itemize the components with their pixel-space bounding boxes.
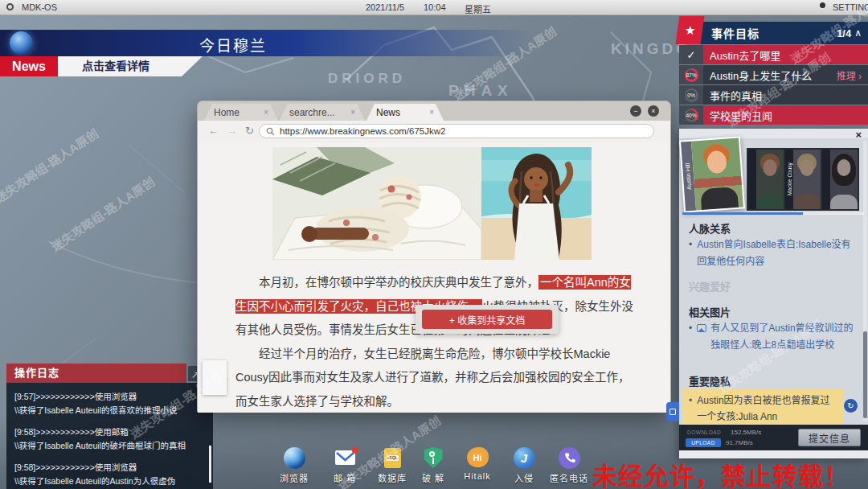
tab-news[interactable]: News ×: [366, 104, 444, 121]
objective-label: Austin去了哪里: [710, 47, 780, 63]
objective-status-icon: ✓: [679, 45, 703, 64]
bullet-icon: •: [689, 320, 692, 354]
url-bar[interactable]: https://www.breakingnews.com/675Jkw2: [259, 124, 654, 138]
window-minimize-button[interactable]: −: [630, 105, 641, 117]
relationship-text: Austin曾向Isabelle表白:Isabelle没有回复他任何内容: [697, 236, 856, 270]
progress-ring: 40%: [685, 109, 698, 122]
tab-label: News: [376, 107, 400, 118]
system-topbar: MDK-OS 2021/11/5 10:04 星期五 SETTING: [0, 0, 868, 15]
taskbar-item-anonymous-call[interactable]: 匿名电话: [545, 447, 593, 484]
tab-close-icon[interactable]: ×: [264, 108, 268, 117]
app-label: 邮 箱: [321, 471, 369, 484]
side-tab-handle[interactable]: [666, 402, 679, 421]
taskbar-item-browser[interactable]: 浏览器: [270, 447, 318, 484]
section-title-related-images: 相关图片: [689, 304, 731, 319]
bullet-icon: •: [689, 392, 692, 425]
portrait-card[interactable]: [822, 150, 858, 209]
close-icon[interactable]: ×: [855, 129, 862, 141]
notification-dot: [352, 447, 358, 454]
objective-label: 学校里的丑闻: [710, 108, 772, 123]
progress-ring: 87%: [685, 68, 698, 82]
objective-row[interactable]: ✓ Austin去了哪里: [679, 45, 868, 64]
blank-popup: [203, 360, 227, 395]
objective-row[interactable]: 0% 事件的真相: [679, 85, 868, 105]
os-logo-icon: [6, 3, 14, 10]
dossier-scroll-thumb[interactable]: [863, 331, 867, 418]
objectives-header[interactable]: ★ 事件目标 1/4 ∧: [679, 22, 868, 44]
article-paragraph: 经过半个月的治疗，女生已经脱离生命危险，博尔顿中学校长Mackie Cousy因…: [235, 343, 637, 413]
log-entry-head: [9:58]>>>>>>>>>>>>使用邮箱: [14, 425, 205, 439]
objectives-panel: ★ 事件目标 1/4 ∧ ✓ Austin去了哪里 87% Austin身上发生…: [679, 22, 868, 125]
log-header[interactable]: 操作日志: [6, 364, 186, 383]
download-speed: 152.5MB/s: [731, 429, 761, 436]
section-title-hobbies: 兴趣爱好: [689, 278, 731, 294]
system-weekday: 星期五: [465, 2, 491, 15]
objective-label: 事件的真相: [710, 88, 762, 103]
portrait-card-austin[interactable]: Austin Hill: [679, 136, 745, 212]
portrait-card[interactable]: [748, 150, 784, 209]
browser-toolbar: ← → ↻ https://www.breakingnews.com/675Jk…: [198, 121, 670, 142]
app-label: 匿名电话: [545, 471, 593, 484]
taskbar-item-crack[interactable]: 破 解: [409, 447, 457, 484]
browser-window: Home × searchre... × News × − × ← → ↻: [197, 101, 671, 412]
tab-label: searchre...: [289, 107, 335, 118]
news-details-button[interactable]: 点击查看详情: [58, 56, 203, 76]
relationship-entry[interactable]: • Austin曾向Isabelle表白:Isabelle没有回复他任何内容: [689, 236, 856, 270]
share-icon[interactable]: ↻: [844, 399, 858, 413]
log-scroll-thumb[interactable]: [209, 446, 211, 483]
forward-icon[interactable]: →: [227, 125, 237, 137]
article-image-girl: [481, 147, 592, 260]
news-badge[interactable]: News: [0, 56, 58, 76]
tab-close-icon[interactable]: ×: [429, 108, 434, 117]
tab-home[interactable]: Home ×: [204, 104, 278, 121]
portrait-card-mackie[interactable]: Mackie Cousy: [785, 150, 821, 209]
article-text: 本月初，在博尔顿中学举办的校庆庆典中发生了意外，一个名叫Ann的女生因不小心而引…: [235, 271, 637, 413]
taskbar-item-intrusion[interactable]: J 入侵: [500, 447, 548, 484]
portrait-name: [748, 150, 756, 209]
operation-log: 操作日志 ↗ 展 [9:57]>>>>>>>>>>>>使用浏览器 \\获得了Is…: [6, 364, 213, 489]
bullet-icon: •: [689, 236, 692, 270]
collect-to-shared-doc-button[interactable]: + 收集到共享文档: [422, 310, 552, 329]
phone-app-icon: [559, 447, 580, 469]
news-banner: [0, 30, 534, 56]
log-entry: [9:58]>>>>>>>>>>>>使用邮箱 \\获得了Isabelle Aut…: [14, 425, 205, 453]
gear-icon[interactable]: [820, 2, 825, 8]
log-body: [9:57]>>>>>>>>>>>>使用浏览器 \\获得了Isabelle Au…: [6, 383, 213, 489]
settings-button[interactable]: SETTING: [833, 2, 868, 12]
log-entry: [9:57]>>>>>>>>>>>>使用浏览器 \\获得了Isabelle Au…: [14, 390, 205, 417]
log-entry-head: [9:58]>>>>>>>>>>>>使用浏览器: [14, 461, 205, 475]
portrait-name: Mackie Cousy: [785, 150, 793, 209]
deduction-link[interactable]: 推理 ›: [837, 68, 862, 82]
news-globe-icon: [10, 31, 33, 55]
intrusion-app-icon: J: [514, 447, 535, 469]
log-entry-result: \\获得了Isabelle Auteuil的破坏曲棍球门的真相: [14, 439, 205, 453]
tab-search[interactable]: searchre... ×: [280, 104, 365, 121]
log-entry-result: \\获得了Isabelle Auteuil的Austin为人很虚伪: [14, 475, 205, 488]
taskbar-item-hitalk[interactable]: Hi Hitalk: [453, 447, 502, 481]
section-title-relationships: 人脉关系: [689, 220, 731, 236]
back-icon[interactable]: ←: [208, 125, 219, 137]
objectives-title: 事件目标: [711, 25, 837, 41]
related-image-entry[interactable]: • 有人又见到了Austin曾经教训过的独眼怪人:晚上8点翻墙出学校: [689, 320, 858, 354]
objective-status-icon: 40%: [679, 105, 703, 125]
submit-info-button[interactable]: 提交信息: [798, 429, 861, 446]
window-close-button[interactable]: ×: [648, 105, 659, 117]
portrait-scrollbar[interactable]: [682, 212, 864, 215]
objectives-counter: 1/4: [837, 27, 851, 39]
refresh-icon[interactable]: ↻: [245, 125, 254, 137]
privacy-entry[interactable]: • Austin因为表白被拒也曾报复过一个女孩:Julia Ann: [682, 389, 843, 428]
news-title: 今日穆兰: [199, 34, 267, 55]
dossier-panel: × Austin Hill Mackie Cousy 人脉关系 •: [679, 129, 868, 458]
tab-close-icon[interactable]: ×: [350, 108, 355, 117]
system-time: 10:04: [424, 2, 446, 12]
collapse-icon[interactable]: ∧: [854, 27, 862, 39]
article-images: [272, 147, 592, 260]
related-image-text: 有人又见到了Austin曾经教训过的独眼怪人:晚上8点翻墙出学校: [710, 320, 855, 354]
objective-row[interactable]: 87% Austin身上发生了什么 推理 ›: [679, 65, 868, 84]
objective-row[interactable]: 40% 学校里的丑闻: [679, 105, 868, 125]
url-text: https://www.breakingnews.com/675Jkw2: [280, 126, 445, 136]
browser-page: 本月初，在博尔顿中学举办的校庆庆典中发生了意外，一个名叫Ann的女生因不小心而引…: [198, 142, 670, 413]
portrait-card-row: Mackie Cousy: [747, 148, 859, 211]
taskbar-item-mail[interactable]: 邮 箱: [321, 447, 369, 484]
system-date: 2021/11/5: [366, 2, 404, 12]
